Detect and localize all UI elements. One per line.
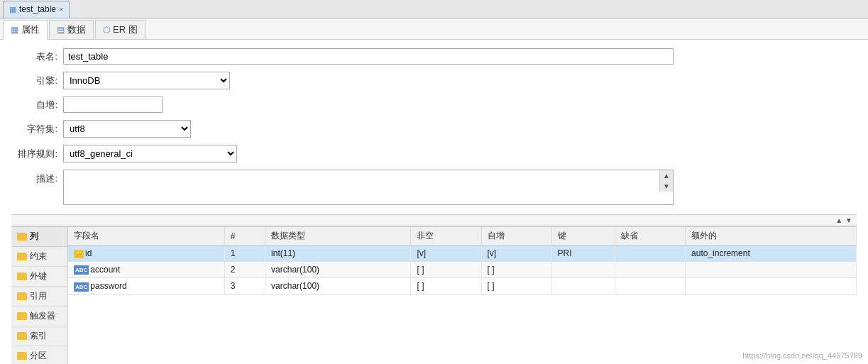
desc-label: 描述:: [11, 172, 57, 185]
abc-icon: ABC: [74, 282, 89, 292]
col-header-auto: 自增: [481, 227, 551, 246]
cell-notnull: [v]: [411, 246, 481, 262]
col-header-name: 字段名: [68, 227, 224, 246]
key-icon: 🔑: [74, 250, 84, 258]
scroll-down-btn[interactable]: ▼: [660, 181, 673, 192]
engine-select[interactable]: InnoDB MyISAM MEMORY CSV: [63, 72, 230, 89]
cell-key: [551, 262, 615, 278]
foreign-folder-icon: [17, 272, 27, 280]
col-nav-header-label: 列: [30, 231, 38, 243]
sub-tab-bar: ▦ 属性 ▤ 数据 ⬡ ER 图: [0, 18, 868, 40]
cell-auto: [ ]: [481, 278, 551, 294]
columns-section: 列 约束 外键 引用 触发器: [11, 226, 857, 364]
col-header-extra: 额外的: [686, 227, 857, 246]
collation-select[interactable]: utf8_general_ci utf8_unicode_ci utf8_bin: [63, 145, 237, 162]
col-header-key: 键: [551, 227, 615, 246]
ref-label: 引用: [30, 290, 47, 302]
main-tab[interactable]: ▦ test_table ×: [3, 1, 70, 18]
cell-key: PRI: [551, 246, 615, 262]
watermark: https://blog.csdn.net/qq_44575789: [742, 351, 862, 360]
col-nav-foreign[interactable]: 外键: [11, 267, 67, 287]
partition-folder-icon: [17, 352, 27, 360]
auto-label: 自增:: [11, 99, 57, 111]
cell-type: int(11): [265, 246, 411, 262]
table-row[interactable]: ABCpassword3varchar(100)[ ][ ]: [68, 278, 857, 294]
col-header-type: 数据类型: [265, 227, 411, 246]
col-nav-index[interactable]: 索引: [11, 326, 67, 346]
tab-table-icon: ▦: [9, 5, 16, 14]
index-label: 索引: [30, 330, 47, 342]
scroll-up-btn[interactable]: ▲: [660, 170, 673, 181]
cell-extra: auto_increment: [686, 246, 857, 262]
table-name-input[interactable]: [63, 48, 674, 65]
main-content: 表名: 引擎: InnoDB MyISAM MEMORY CSV 自增: 字符集…: [0, 40, 868, 364]
collapse-up-btn[interactable]: ▲: [834, 216, 844, 224]
col-header-num: #: [224, 227, 265, 246]
constraints-label: 约束: [30, 250, 47, 263]
engine-row: 引擎: InnoDB MyISAM MEMORY CSV: [11, 72, 857, 89]
col-nav-partition[interactable]: 分区: [11, 346, 67, 364]
auto-input[interactable]: [63, 96, 163, 113]
index-folder-icon: [17, 332, 27, 340]
cell-type: varchar(100): [265, 278, 411, 294]
form-area: 表名: 引擎: InnoDB MyISAM MEMORY CSV 自增: 字符集…: [0, 40, 868, 364]
auto-row: 自增:: [11, 96, 857, 113]
desc-row: 描述: ▲ ▼: [11, 170, 857, 207]
cell-num: 3: [224, 278, 265, 294]
cell-auto: [ ]: [481, 262, 551, 278]
collation-row: 排序规则: utf8_general_ci utf8_unicode_ci ut…: [11, 145, 857, 162]
cell-name: ABCaccount: [68, 262, 224, 278]
trigger-label: 触发器: [30, 310, 55, 322]
col-header-default: 缺省: [615, 227, 685, 246]
cell-name: ABCpassword: [68, 278, 224, 294]
tab-er[interactable]: ⬡ ER 图: [95, 20, 145, 39]
col-nav: 列 约束 外键 引用 触发器: [11, 227, 68, 364]
partition-label: 分区: [30, 350, 47, 362]
tab-bar: ▦ test_table ×: [0, 0, 868, 18]
cell-notnull: [ ]: [411, 278, 481, 294]
charset-label: 字符集:: [11, 123, 57, 136]
collation-label: 排序规则:: [11, 148, 57, 160]
tab-properties-label: 属性: [21, 23, 40, 36]
cell-notnull: [ ]: [411, 262, 481, 278]
tab-label: test_table: [19, 4, 56, 14]
engine-label: 引擎:: [11, 75, 57, 87]
abc-icon: ABC: [74, 265, 89, 275]
cell-num: 2: [224, 262, 265, 278]
table-name-label: 表名:: [11, 50, 57, 63]
table-area: 字段名 # 数据类型 非空 自增 键 缺省 额外的 🔑id1int(11)[v]…: [68, 227, 857, 364]
col-nav-header: 列: [11, 227, 67, 247]
cell-name: 🔑id: [68, 246, 224, 262]
cell-extra: [686, 278, 857, 294]
col-nav-trigger[interactable]: 触发器: [11, 307, 67, 326]
charset-row: 字符集: utf8 utf8mb4 latin1 gbk: [11, 120, 857, 138]
col-nav-ref[interactable]: 引用: [11, 287, 67, 307]
cell-auto: [v]: [481, 246, 551, 262]
er-icon: ⬡: [103, 25, 110, 35]
cell-type: varchar(100): [265, 262, 411, 278]
foreign-label: 外键: [30, 270, 47, 282]
cell-default: [615, 262, 685, 278]
data-icon: ▤: [57, 25, 65, 35]
table-row[interactable]: 🔑id1int(11)[v][v]PRIauto_increment: [68, 246, 857, 262]
tab-properties[interactable]: ▦ 属性: [3, 20, 48, 40]
table-row[interactable]: ABCaccount2varchar(100)[ ][ ]: [68, 262, 857, 278]
divider-row: ▲ ▼: [11, 214, 857, 226]
cell-default: [615, 278, 685, 294]
tab-data-label: 数据: [67, 23, 86, 36]
collapse-down-btn[interactable]: ▼: [844, 216, 854, 224]
ref-folder-icon: [17, 292, 27, 300]
cell-default: [615, 246, 685, 262]
tab-er-label: ER 图: [113, 23, 138, 36]
col-header-notnull: 非空: [411, 227, 481, 246]
col-folder-icon: [17, 233, 27, 241]
col-nav-constraints[interactable]: 约束: [11, 247, 67, 267]
properties-icon: ▦: [11, 25, 18, 35]
tab-data[interactable]: ▤ 数据: [49, 20, 94, 39]
constraints-folder-icon: [17, 253, 27, 260]
tab-close-icon[interactable]: ×: [59, 5, 63, 13]
charset-select[interactable]: utf8 utf8mb4 latin1 gbk: [63, 120, 191, 138]
table-name-row: 表名:: [11, 48, 857, 65]
desc-textarea[interactable]: [63, 170, 674, 205]
cell-num: 1: [224, 246, 265, 262]
